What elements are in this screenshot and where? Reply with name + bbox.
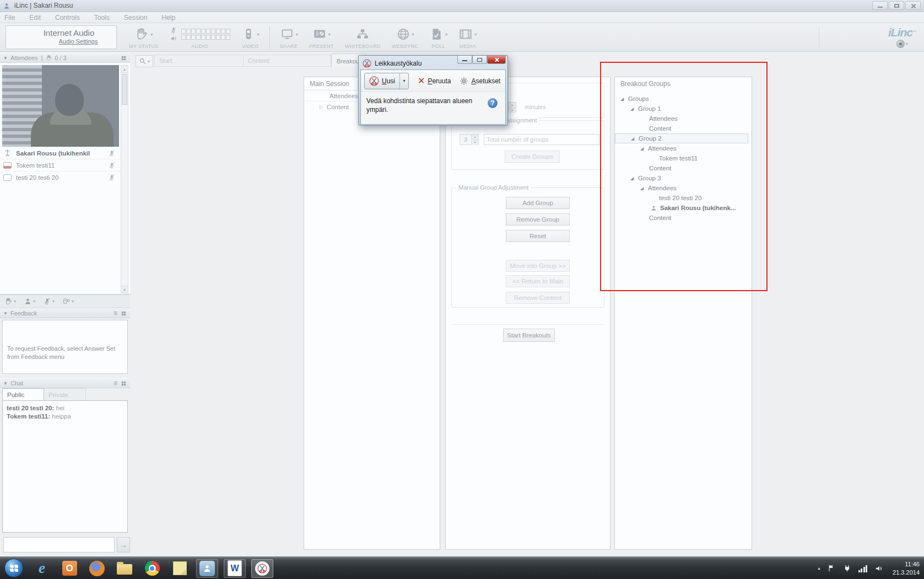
scissors-icon <box>363 59 371 68</box>
snip-dialog-titlebar[interactable]: Leikkaustyökalu <box>360 57 506 69</box>
create-groups-button[interactable]: Create Groups <box>505 151 560 163</box>
minutes-spinner[interactable]: ▴▾ <box>508 102 516 112</box>
action-center-flag-icon[interactable] <box>828 564 836 572</box>
taskbar-sticky-notes-button[interactable] <box>169 559 191 578</box>
total-groups-input[interactable]: Total number of groups <box>484 134 599 145</box>
network-signal-icon[interactable] <box>858 565 868 572</box>
remove-group-button[interactable]: Remove Group <box>506 213 570 226</box>
audio-settings-link[interactable]: Audio Settings <box>6 38 116 45</box>
taskbar-snipping-tool-button[interactable] <box>251 559 273 578</box>
media-button[interactable]: ▾ MEDIA <box>453 25 482 49</box>
menu-help[interactable]: Help <box>161 14 175 22</box>
maximize-button[interactable] <box>472 56 487 64</box>
attendees-panel: Sakari Rousu (tukihenkil Tokem testi11 t… <box>0 63 130 294</box>
person-menu-button[interactable]: ▾ <box>24 297 35 305</box>
minimize-button[interactable] <box>872 1 888 10</box>
collapsed-expander-icon[interactable]: ▷ <box>320 104 323 110</box>
auto-group-box: Automatic Group Assignment 3 ▴▾ Total nu… <box>451 120 604 170</box>
chevron-down-icon[interactable]: ▾ <box>399 73 408 89</box>
scroll-up-icon[interactable]: ▴ <box>121 66 128 73</box>
taskbar-firefox-button[interactable] <box>86 559 108 578</box>
close-button[interactable] <box>487 56 506 64</box>
taskbar-ie-button[interactable]: e <box>31 559 53 578</box>
attendee-row[interactable]: Sakari Rousu (tukihenkil <box>0 147 121 159</box>
menu-bar: File Edit Controls Tools Session Help <box>0 12 924 23</box>
panel-grid-icon[interactable] <box>121 55 127 61</box>
power-plug-icon[interactable] <box>843 564 851 572</box>
webcam-video-thumbnail[interactable] <box>2 65 119 147</box>
attendees-scrollbar[interactable]: ▴ ▾ <box>121 65 128 293</box>
share-button[interactable]: ▾ SHARE <box>274 25 304 49</box>
attendee-row[interactable]: Tokem testi11 <box>0 159 121 171</box>
menu-file[interactable]: File <box>4 14 15 22</box>
taskbar-chrome-button[interactable] <box>141 559 163 578</box>
audio-controls[interactable]: AUDIO <box>164 25 236 49</box>
taskbar-ilinc-button[interactable] <box>196 559 218 578</box>
start-breakouts-button[interactable]: Start Breakouts <box>503 329 555 342</box>
app-title-bar: iLinc | Sakari Rousu <box>0 0 924 12</box>
muted-mic-icon <box>108 162 116 169</box>
chevron-down-icon: ▾ <box>412 32 414 37</box>
agenda-zoom-button[interactable]: ▾ <box>136 55 153 67</box>
new-snip-button[interactable]: Uusi ▾ <box>364 73 409 89</box>
help-icon[interactable]: ? <box>488 98 498 108</box>
chat-message: testi 20 testi 20: hei <box>7 404 123 412</box>
taskbar-explorer-button[interactable] <box>114 559 136 578</box>
minutes-label: minutes <box>525 104 546 110</box>
menu-lines-icon[interactable]: ≡ <box>114 309 117 317</box>
return-to-main-button[interactable]: << Return to Main <box>506 275 570 287</box>
websync-button[interactable]: ▾ WEBSYNC <box>386 25 424 49</box>
chat-input[interactable] <box>3 537 115 553</box>
mic-menu-button[interactable]: ▾ <box>43 297 55 305</box>
share-monitor-icon <box>280 27 294 41</box>
whiteboard-button[interactable]: WHITEBOARD <box>339 25 386 49</box>
poll-button[interactable]: ▾ POLL <box>424 25 453 49</box>
start-button[interactable] <box>4 559 23 577</box>
hand-menu-button[interactable]: ▾ <box>4 297 16 305</box>
options-button[interactable]: Asetukset <box>455 73 505 89</box>
scroll-down-icon[interactable]: ▾ <box>121 286 128 293</box>
attendees-header[interactable]: ▼ Attendees | 0 / 3 <box>0 53 130 63</box>
record-button[interactable]: ▾ <box>888 40 916 48</box>
raised-hands-count: 0 / 3 <box>55 55 66 61</box>
tray-expand-icon[interactable]: ▴ <box>818 566 820 571</box>
toolbar-separator <box>269 26 270 49</box>
volume-icon[interactable] <box>874 564 883 573</box>
menu-tools[interactable]: Tools <box>94 14 110 22</box>
snip-selection-rectangle[interactable] <box>600 62 768 291</box>
send-message-button[interactable]: → <box>117 537 130 553</box>
chat-tab-private[interactable]: Private <box>44 388 86 401</box>
folder-icon <box>117 564 132 575</box>
minimize-button[interactable] <box>457 56 472 64</box>
raised-hand-icon <box>46 55 52 61</box>
chat-header[interactable]: ▼ Chat ≡ <box>0 378 130 388</box>
menu-session[interactable]: Session <box>124 14 148 22</box>
chat-tab-public[interactable]: Public <box>2 388 44 401</box>
feedback-header[interactable]: ▼ Feedback ≡ <box>0 308 130 318</box>
taskbar-outlook-button[interactable]: O <box>58 559 80 578</box>
reset-button[interactable]: Reset <box>506 230 570 242</box>
group-count-spinner[interactable]: 3 ▴▾ <box>460 134 479 145</box>
move-into-group-button[interactable]: Move into Group >> <box>506 260 570 272</box>
menu-edit[interactable]: Edit <box>29 14 41 22</box>
attendee-row[interactable]: testi 20 testi 20 <box>0 171 121 183</box>
panel-grid-icon[interactable] <box>121 380 127 387</box>
scrollbar-thumb[interactable] <box>122 74 127 105</box>
menu-controls[interactable]: Controls <box>55 14 80 22</box>
maximize-button[interactable] <box>889 1 904 10</box>
remove-content-button[interactable]: Remove Content <box>506 292 570 304</box>
taskbar-word-button[interactable]: W <box>224 559 246 578</box>
add-group-button[interactable]: Add Group <box>506 197 570 209</box>
clock[interactable]: 11:46 21.3.2014 <box>893 560 920 577</box>
video-button[interactable]: ▾ VIDEO <box>236 25 265 49</box>
chat-messages[interactable]: testi 20 testi 20: hei Tokem testi11: he… <box>2 400 128 533</box>
my-status-button[interactable]: ▾ MY STATUS <box>123 25 164 49</box>
menu-lines-icon[interactable]: ≡ <box>114 379 117 387</box>
outlook-icon: O <box>62 561 77 576</box>
layout-menu-button[interactable]: ▾ <box>62 297 74 305</box>
presenter-podium-icon <box>3 149 12 157</box>
present-button[interactable]: ▾ PRESENT <box>304 25 339 49</box>
panel-grid-icon[interactable] <box>121 310 127 317</box>
cancel-snip-button[interactable]: ✕ Peruuta <box>413 73 455 89</box>
close-button[interactable] <box>905 1 921 10</box>
